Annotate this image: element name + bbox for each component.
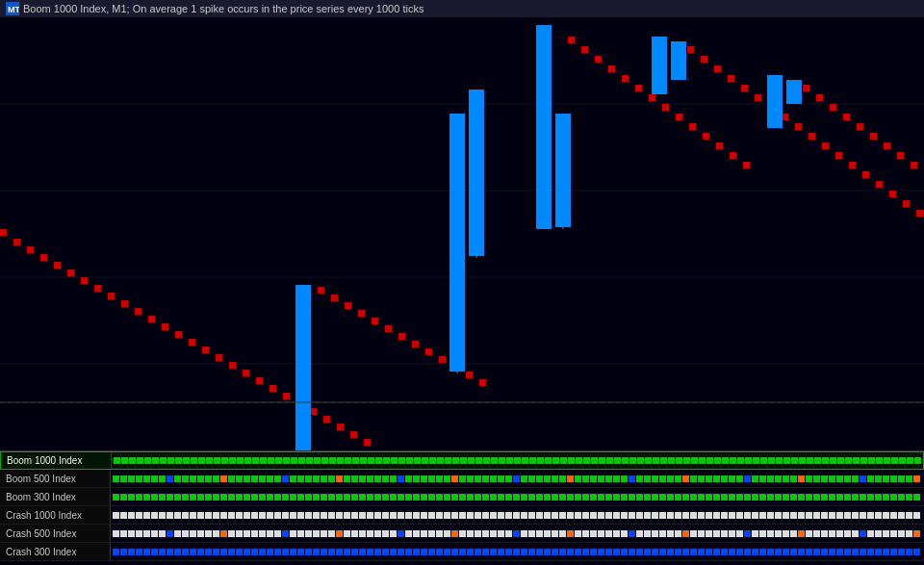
indicator-dot [583,457,590,464]
indicator-dot [398,494,404,501]
indicator-dot [213,530,219,537]
indicator-dot [576,457,582,464]
indicator-dot [114,457,120,464]
instrument-dots [111,543,924,560]
indicator-dot [321,530,327,537]
indicator-dot [459,475,466,482]
indicator-dot [752,549,758,555]
indicator-dot [883,549,889,555]
svg-rect-73 [822,142,829,149]
indicator-dot [690,530,697,537]
indicator-dot [190,512,196,519]
indicator-dot [706,549,712,555]
indicator-dot [567,494,574,501]
indicator-dot [490,512,497,519]
indicator-dot [374,494,381,501]
indicator-dot [875,475,882,482]
indicator-dot [737,457,744,464]
indicator-dot [813,530,820,537]
indicator-dot [706,530,712,537]
indicator-dot [351,512,358,519]
instrument-row[interactable]: Crash 300 Index [0,543,924,561]
indicator-dot [653,457,659,464]
indicator-dot [491,457,498,464]
indicator-dot [698,549,705,555]
indicator-dot [313,494,320,501]
indicator-dot [513,530,520,537]
svg-rect-42 [398,333,405,340]
indicator-dot [713,549,720,555]
indicator-dot [590,549,597,555]
indicator-dot [251,530,258,537]
indicator-dot [359,549,366,555]
indicator-dot [606,457,613,464]
indicator-dot [390,494,397,501]
svg-rect-95 [469,90,484,256]
indicator-dot [329,457,336,464]
indicator-dot [459,494,466,501]
svg-rect-65 [714,65,721,72]
indicator-dot [575,530,581,537]
indicator-dot [860,512,866,519]
indicator-dot [682,494,689,501]
indicator-dot [867,549,874,555]
indicator-dot [529,457,536,464]
indicator-dot [836,475,843,482]
indicator-dot [374,475,381,482]
indicator-dot [228,475,235,482]
indicator-dot [113,512,119,519]
indicator-dot [421,512,427,519]
indicator-dot [482,512,489,519]
indicator-dot [598,512,604,519]
indicator-dot [490,475,497,482]
indicator-dot [898,549,905,555]
indicator-dot [745,457,752,464]
indicator-dot [599,457,605,464]
indicator-dot [159,475,166,482]
indicator-dot [528,512,535,519]
indicator-dot [605,475,612,482]
indicator-dot [783,512,789,519]
indicator-dot [213,475,219,482]
indicator-dot [274,549,281,555]
indicator-dot [498,512,504,519]
instrument-row[interactable]: Boom 500 Index [0,470,924,488]
indicator-dot [297,549,304,555]
indicator-dot [913,512,920,519]
indicator-dot [282,494,289,501]
indicator-dot [899,457,906,464]
indicator-dot [505,512,512,519]
title-bar: MT Boom 1000 Index, M1; On average 1 spi… [0,0,924,17]
indicator-dot [544,512,551,519]
indicator-dot [644,512,651,519]
indicator-dot [236,512,243,519]
instrument-row[interactable]: Crash 500 Index [0,525,924,543]
indicator-dot [729,549,735,555]
instrument-row[interactable]: Boom 300 Index [0,488,924,506]
svg-rect-52 [608,65,615,72]
indicator-dot [798,549,805,555]
indicator-dot [736,530,743,537]
svg-rect-27 [256,377,263,384]
indicator-dot [260,457,267,464]
svg-rect-54 [635,85,642,91]
indicator-dot [436,494,443,501]
indicator-dot [806,530,812,537]
svg-rect-14 [81,277,88,284]
indicator-dot [890,549,897,555]
indicator-dot [321,512,327,519]
chart-svg [0,17,924,450]
indicator-dot [860,494,866,501]
indicator-dot [182,530,189,537]
indicator-dot [175,457,182,464]
indicator-dot [305,475,312,482]
svg-rect-59 [703,133,709,140]
instrument-row[interactable]: Boom 1000 Index [0,451,924,470]
indicator-dot [152,457,159,464]
indicator-dot [829,549,835,555]
indicator-dot [759,512,766,519]
svg-rect-11 [40,254,47,261]
indicator-dot [359,475,366,482]
instrument-row[interactable]: Crash 1000 Index [0,506,924,525]
svg-rect-61 [730,152,736,159]
